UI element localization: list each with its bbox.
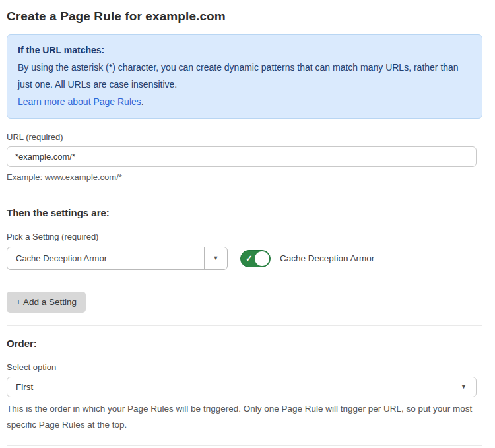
order-select[interactable]: First ▼ bbox=[7, 377, 477, 397]
setting-dropdown-arrow-button[interactable]: ▼ bbox=[204, 247, 227, 269]
page-title: Create a Page Rule for example.com bbox=[7, 9, 482, 24]
chevron-down-icon: ▼ bbox=[213, 255, 219, 261]
setting-row: Cache Deception Armor ▼ ✓ Cache Deceptio… bbox=[7, 247, 482, 270]
url-match-info-box: If the URL matches: By using the asteris… bbox=[7, 34, 482, 119]
order-helper-text: This is the order in which your Page Rul… bbox=[7, 401, 477, 433]
divider bbox=[7, 195, 482, 195]
setting-toggle-group: ✓ Cache Deception Armor bbox=[240, 250, 374, 267]
add-setting-button[interactable]: + Add a Setting bbox=[7, 292, 86, 313]
divider bbox=[7, 445, 482, 446]
toggle-knob bbox=[255, 251, 269, 266]
create-page-rule-form: Create a Page Rule for example.com If th… bbox=[0, 0, 495, 448]
pick-setting-label: Pick a Setting (required) bbox=[7, 232, 482, 241]
setting-toggle-label: Cache Deception Armor bbox=[280, 253, 374, 263]
url-helper-text: Example: www.example.com/* bbox=[7, 172, 482, 182]
setting-toggle[interactable]: ✓ bbox=[240, 250, 271, 267]
url-label: URL (required) bbox=[7, 132, 482, 142]
check-icon: ✓ bbox=[246, 254, 253, 263]
order-select-label: Select option bbox=[7, 362, 482, 372]
order-select-value: First bbox=[16, 382, 33, 392]
setting-dropdown[interactable]: Cache Deception Armor ▼ bbox=[7, 247, 228, 270]
info-box-heading: If the URL matches: bbox=[18, 42, 471, 59]
url-input[interactable] bbox=[7, 146, 477, 167]
setting-dropdown-value: Cache Deception Armor bbox=[7, 253, 107, 263]
learn-more-link[interactable]: Learn more about Page Rules bbox=[18, 96, 141, 107]
divider bbox=[7, 325, 482, 326]
info-box-body: By using the asterisk (*) character, you… bbox=[18, 59, 471, 93]
order-section-heading: Order: bbox=[7, 338, 482, 349]
settings-section-heading: Then the settings are: bbox=[7, 207, 482, 218]
chevron-down-icon: ▼ bbox=[461, 384, 467, 390]
info-box-link-line: Learn more about Page Rules. bbox=[18, 93, 471, 110]
link-suffix: . bbox=[141, 96, 144, 107]
